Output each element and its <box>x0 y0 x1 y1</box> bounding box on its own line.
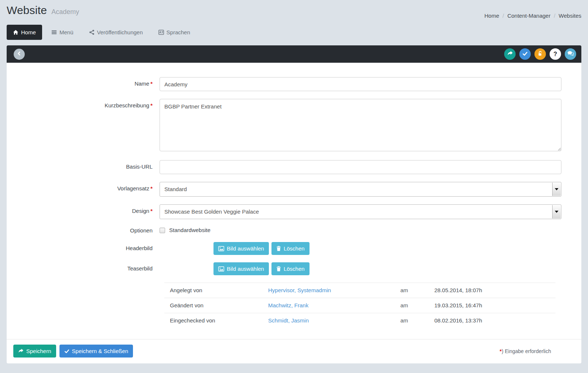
breadcrumb-content-manager[interactable]: Content-Manager <box>507 13 551 19</box>
image-icon <box>218 246 224 251</box>
image-icon <box>218 266 224 272</box>
name-field[interactable] <box>160 77 561 91</box>
breadcrumb-websites: Websites <box>559 13 581 19</box>
required-asterisk: * <box>150 208 153 214</box>
required-note: *) Eingabe erforderlich <box>500 348 575 354</box>
page-title: Website Academy <box>7 4 79 17</box>
page: Website Academy Home / Content-Manager /… <box>7 0 581 363</box>
meta-preposition: am <box>400 313 434 328</box>
page-title-main: Website <box>7 4 47 17</box>
tab-bar: Home Menü Veröffentlichungen Sprachen <box>7 25 581 40</box>
comments-icon <box>567 51 574 57</box>
name-label: Name* <box>7 77 160 91</box>
forward-arrow-icon <box>18 348 24 354</box>
save-and-close-button[interactable]: Speichern & Schließen <box>59 345 133 358</box>
unlock-icon <box>537 51 543 58</box>
tab-label: Veröffentlichungen <box>97 29 143 35</box>
meta-date: 08.02.2016, 13:37h <box>434 313 555 328</box>
trash-icon <box>276 246 281 251</box>
vorlagensatz-select[interactable]: Standard <box>160 182 561 197</box>
meta-date: 28.05.2014, 18:07h <box>434 283 555 298</box>
breadcrumb-home[interactable]: Home <box>484 13 499 19</box>
design-select[interactable]: Showcase Best Golden Veggie Palace <box>160 204 561 219</box>
back-button[interactable] <box>14 49 25 60</box>
meta-label: Geändert von <box>164 298 268 313</box>
meta-date: 19.03.2015, 16:47h <box>434 298 555 313</box>
table-row: Eingechecked von Schmidt, Jasmin am 08.0… <box>164 313 555 328</box>
basis-url-field[interactable] <box>160 160 561 174</box>
form-row-name: Name* <box>7 77 581 91</box>
question-icon: ? <box>554 51 557 58</box>
check-button[interactable] <box>519 48 531 60</box>
save-button[interactable]: Speichern <box>13 345 56 358</box>
standardwebsite-checkbox-label[interactable]: Standardwebsite <box>169 227 211 233</box>
content-panel: ? Name* <box>7 45 581 363</box>
meta-preposition: am <box>400 298 434 313</box>
teaserbild-label: Teaserbild <box>7 262 160 275</box>
toolbar-actions: ? <box>504 48 576 60</box>
tab-sprachen[interactable]: Sprachen <box>152 25 196 40</box>
forward-button[interactable] <box>504 48 516 60</box>
form-row-kurzbeschreibung: Kurzbeschreibung* BGBP Partner Extranet <box>7 99 581 152</box>
tab-menu[interactable]: Menü <box>45 25 80 40</box>
trash-icon <box>276 266 281 272</box>
page-title-subtitle: Academy <box>51 8 79 16</box>
form-row-design: Design* Showcase Best Golden Veggie Pala… <box>7 204 581 219</box>
tab-label: Home <box>21 29 36 35</box>
meta-preposition: am <box>400 283 434 298</box>
headerbild-select-image-button[interactable]: Bild auswählen <box>213 242 269 255</box>
metadata-table: Angelegt von Hypervisor, Systemadmin am … <box>164 283 555 328</box>
share-icon <box>89 30 95 35</box>
user-link[interactable]: Hypervisor, Systemadmin <box>268 287 331 293</box>
vorlagensatz-selected-value: Standard <box>164 182 187 196</box>
vorlagensatz-label: Vorlagensatz* <box>7 182 160 197</box>
headerbild-delete-button[interactable]: Löschen <box>271 242 310 255</box>
form-row-optionen: Optionen Standardwebsite <box>7 227 581 234</box>
form-row-teaserbild: Teaserbild Bild auswählen <box>7 262 581 275</box>
toolbar: ? <box>7 45 581 63</box>
check-icon <box>64 349 69 354</box>
kurzbeschreibung-field[interactable]: BGBP Partner Extranet <box>160 99 561 151</box>
teaserbild-delete-button[interactable]: Löschen <box>271 262 310 275</box>
home-icon <box>13 30 18 35</box>
menu-icon <box>51 30 57 35</box>
design-selected-value: Showcase Best Golden Veggie Palace <box>164 205 259 219</box>
help-button[interactable]: ? <box>550 48 561 60</box>
check-icon <box>522 51 528 58</box>
design-label: Design* <box>7 204 160 219</box>
breadcrumb: Home / Content-Manager / Websites <box>484 13 581 19</box>
optionen-label: Optionen <box>7 227 160 234</box>
chevron-down-icon[interactable] <box>552 183 561 196</box>
forward-arrow-icon <box>507 51 513 58</box>
kurzbeschreibung-label: Kurzbeschreibung* <box>7 99 160 152</box>
tab-home[interactable]: Home <box>7 25 42 40</box>
required-asterisk: * <box>150 80 153 87</box>
user-link[interactable]: Machwitz, Frank <box>268 302 308 308</box>
meta-label: Angelegt von <box>164 283 268 298</box>
standardwebsite-checkbox[interactable] <box>160 228 165 233</box>
form-area: Name* Kurzbeschreibung* BGBP Partner Ext… <box>7 63 581 339</box>
headerbild-label: Headerbild <box>7 242 160 255</box>
breadcrumb-separator: / <box>503 13 504 19</box>
comments-button[interactable] <box>565 48 576 60</box>
tab-veroeffentlichungen[interactable]: Veröffentlichungen <box>83 25 149 40</box>
form-footer: Speichern Speichern & Schließen *) Einga… <box>7 339 581 363</box>
chevron-down-icon[interactable] <box>552 205 561 218</box>
form-row-vorlagensatz: Vorlagensatz* Standard <box>7 182 581 197</box>
meta-label: Eingechecked von <box>164 313 268 328</box>
tab-label: Sprachen <box>167 29 190 35</box>
user-link[interactable]: Schmidt, Jasmin <box>268 317 309 324</box>
teaserbild-select-image-button[interactable]: Bild auswählen <box>213 262 269 275</box>
form-row-basis-url: Basis-URL <box>7 160 581 174</box>
tab-label: Menü <box>59 29 74 35</box>
breadcrumb-separator: / <box>554 13 555 19</box>
required-asterisk: * <box>150 102 153 108</box>
required-asterisk: * <box>150 185 153 191</box>
form-row-headerbild: Headerbild Bild auswählen <box>7 242 581 255</box>
language-icon <box>158 30 164 35</box>
basis-url-label: Basis-URL <box>7 160 160 174</box>
table-row: Geändert von Machwitz, Frank am 19.03.20… <box>164 298 555 313</box>
page-header: Website Academy Home / Content-Manager /… <box>7 0 581 19</box>
chevron-left-icon <box>16 51 22 58</box>
unlock-button[interactable] <box>534 48 546 60</box>
